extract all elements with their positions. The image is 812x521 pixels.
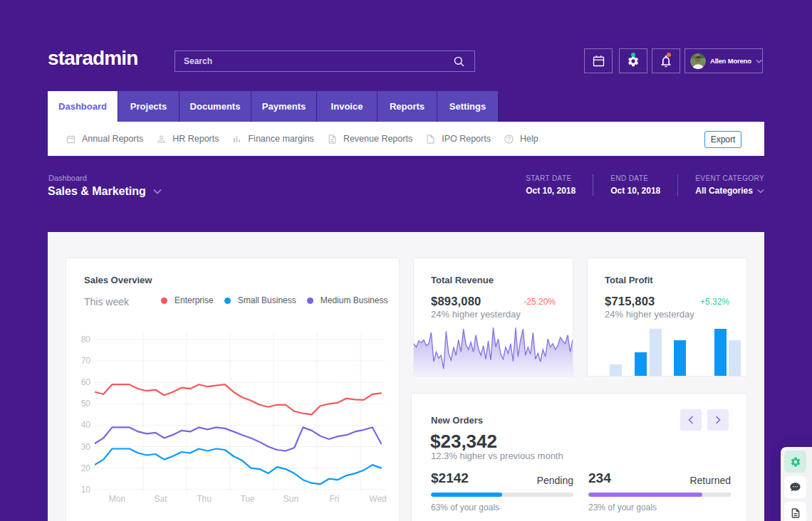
legend-item-small-business: Small Business [224, 295, 296, 305]
progress-fill [431, 493, 502, 497]
subnav-item-hr-reports[interactable]: HR Reports [156, 134, 219, 144]
progress-bar [431, 493, 573, 497]
subnav-item-label: Revenue Reports [343, 134, 412, 144]
subnav-item-label: Annual Reports [82, 134, 143, 144]
tab-settings[interactable]: Settings [437, 91, 498, 122]
tab-payments[interactable]: Payments [251, 91, 316, 122]
page-title[interactable]: Sales & Marketing [48, 185, 162, 198]
subnav-bar: Annual ReportsHR ReportsFinance marginsR… [48, 122, 764, 156]
filter-start-date[interactable]: START DATEOct 10, 2018 [509, 174, 593, 196]
filter-label: EVENT CATEGORY [695, 174, 764, 182]
profit-bar [610, 364, 622, 376]
chevron-down-icon [153, 189, 162, 194]
search-input[interactable] [184, 56, 452, 66]
y-axis-label: 10 [72, 485, 90, 495]
chevron-down-icon [757, 189, 764, 194]
legend-label: Medium Business [321, 295, 388, 305]
document-button[interactable] [784, 502, 806, 521]
subnav-item-annual-reports[interactable]: Annual Reports [66, 134, 143, 144]
user-menu[interactable]: Allen Moreno [685, 48, 763, 73]
legend-label: Small Business [238, 295, 296, 305]
total-revenue-subtitle: 24% higher yesterday [431, 309, 521, 320]
export-button[interactable]: Export [704, 131, 741, 148]
goal-subtitle: 63% of your goals [431, 502, 573, 512]
sales-overview-title: Sales Overview [84, 275, 152, 285]
page-title-text: Sales & Marketing [48, 185, 146, 198]
subnav-item-label: IPO Reports [442, 134, 491, 144]
filter-label: END DATE [610, 174, 660, 182]
filter-value: Oct 10, 2018 [526, 186, 576, 196]
main-tabs: DashboardProjectsDocumentsPaymentsInvoic… [48, 91, 499, 122]
goal-label: Returned [689, 475, 731, 486]
tab-projects[interactable]: Projects [118, 91, 179, 122]
notifications-button[interactable] [652, 48, 680, 73]
y-axis-label: 60 [72, 377, 90, 387]
y-axis-label: 40 [72, 420, 90, 430]
file-icon [425, 134, 436, 144]
legend-dot [224, 298, 231, 304]
legend-dot [161, 298, 167, 304]
chart-legend: EnterpriseSmall BusinessMedium Business [161, 295, 398, 305]
legend-item-enterprise: Enterprise [161, 295, 214, 305]
chevron-right-icon [715, 416, 721, 424]
total-profit-card: Total Profit $715,803 +5.32% 24% higher … [587, 258, 747, 377]
subnav-item-label: Help [520, 134, 538, 144]
revenue-area-chart [414, 323, 573, 376]
subnav-item-finance-margins[interactable]: Finance margins [231, 134, 313, 144]
y-axis-label: 30 [72, 442, 90, 452]
total-revenue-title: Total Revenue [431, 275, 494, 285]
subnav-items: Annual ReportsHR ReportsFinance marginsR… [66, 134, 551, 144]
total-revenue-value: $893,080 [431, 295, 481, 308]
user-icon [156, 134, 167, 144]
floating-settings-widget [781, 447, 812, 521]
main-content: Sales Overview This week EnterpriseSmall… [48, 232, 764, 521]
orders-next-button[interactable] [707, 409, 729, 431]
file-text-icon [327, 134, 338, 144]
theme-settings-button[interactable] [784, 451, 806, 473]
subnav-item-revenue-reports[interactable]: Revenue Reports [327, 134, 412, 144]
new-orders-title: New Orders [431, 415, 483, 426]
filter-end-date[interactable]: END DATEOct 10, 2018 [593, 174, 677, 196]
search-icon[interactable] [452, 55, 466, 68]
goal-returned: 234Returned23% of your goals [588, 470, 731, 512]
settings-button[interactable] [619, 48, 647, 73]
calendar-button[interactable] [584, 48, 613, 73]
chat-icon [789, 481, 801, 493]
profit-bar [729, 340, 741, 376]
filter-value: Oct 10, 2018 [610, 186, 660, 196]
progress-bar [588, 493, 731, 497]
notifications-dot [667, 53, 671, 57]
legend-label: Enterprise [175, 295, 214, 305]
chat-button[interactable] [784, 476, 806, 498]
app-logo[interactable]: staradmin [48, 47, 138, 70]
chevron-down-icon [756, 59, 762, 63]
tab-dashboard[interactable]: Dashboard [48, 91, 118, 122]
tab-documents[interactable]: Documents [179, 91, 251, 122]
y-axis-label: 70 [72, 356, 90, 366]
search-box [175, 51, 475, 72]
avatar [690, 53, 706, 69]
subnav-item-ipo-reports[interactable]: IPO Reports [425, 134, 491, 144]
legend-dot [307, 298, 313, 304]
subnav-item-help[interactable]: Help [504, 134, 538, 144]
subnav-item-label: HR Reports [172, 134, 219, 144]
profit-bar [714, 329, 727, 376]
filter-event-category[interactable]: EVENT CATEGORYAll Categories [677, 174, 764, 196]
profit-bar [650, 329, 662, 376]
tab-reports[interactable]: Reports [378, 91, 437, 122]
help-icon [504, 134, 514, 144]
chevron-left-icon [688, 416, 694, 424]
total-profit-title: Total Profit [605, 275, 653, 285]
bell-icon [659, 54, 673, 68]
orders-prev-button[interactable] [680, 409, 702, 431]
sales-overview-line-chart [95, 327, 388, 499]
filters: START DATEOct 10, 2018END DATEOct 10, 20… [509, 174, 764, 196]
new-orders-subtitle: 12.3% higher vs previous month [431, 451, 563, 461]
tab-invoice[interactable]: Invoice [317, 91, 377, 122]
y-axis-label: 20 [72, 463, 90, 473]
y-axis-label: 50 [72, 399, 90, 409]
goal-label: Pending [537, 475, 573, 486]
gear-icon [790, 456, 801, 468]
user-name: Allen Moreno [710, 57, 751, 65]
total-profit-value: $715,803 [605, 295, 655, 308]
